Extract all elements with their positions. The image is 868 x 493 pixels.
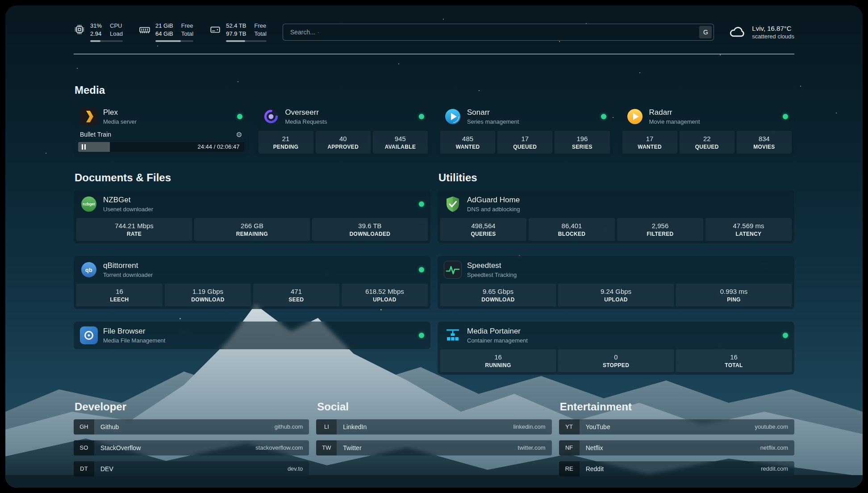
stat-wanted: 17 WANTED xyxy=(622,131,677,154)
stat-series: 196 SERIES xyxy=(555,131,609,154)
qbittorrent-icon: qb xyxy=(80,261,98,279)
service-subtitle: Media Requests xyxy=(285,118,414,125)
memory-total-label: Total xyxy=(181,30,193,38)
service-card-nzbget[interactable]: nzbget NZBGet Usenet downloader 744.21 M… xyxy=(74,190,430,243)
service-card-speedtest[interactable]: Speedtest Speedtest Tracking 9.65 Gbps D… xyxy=(438,256,794,309)
speedtest-icon xyxy=(444,261,462,279)
stat-label: FILTERED xyxy=(619,231,701,237)
stat-value: 39.6 TB xyxy=(314,222,426,230)
bookmark-dev[interactable]: DT DEV dev.to xyxy=(74,461,309,476)
service-subtitle: Speedtest Tracking xyxy=(467,272,788,278)
stat-value: 17 xyxy=(624,135,676,142)
bookmark-label: Twitter xyxy=(343,444,361,451)
memory-widget: 21 GiB 64 GiB Free Total xyxy=(139,22,193,42)
service-card-radarr[interactable]: Radarr Movie management 17 WANTED 22 QUE… xyxy=(620,103,795,156)
status-dot xyxy=(419,201,424,207)
stat-value: 16 xyxy=(678,353,790,361)
playback-progress-bar: 24:44 / 02:06:47 xyxy=(78,142,244,152)
service-card-qbittorrent[interactable]: qb qBittorrent Torrent downloader 16 xyxy=(74,256,430,309)
section-title-entertainment: Entertainment xyxy=(560,401,794,413)
stat-value: 498,564 xyxy=(442,222,525,230)
bookmark-url: youtube.com xyxy=(755,423,788,430)
memory-total-value: 64 GiB xyxy=(155,30,173,38)
stat-label: REMAINING xyxy=(196,231,308,237)
stat-value: 744.21 Mbps xyxy=(78,222,190,230)
stat-value: 9.24 Gbps xyxy=(560,288,672,295)
bookmark-twitter[interactable]: TW Twitter twitter.com xyxy=(316,440,551,455)
playback-time: 24:44 / 02:06:47 xyxy=(198,143,240,150)
stat-value: 196 xyxy=(556,135,608,142)
stat-label: SEED xyxy=(255,297,338,303)
search-bar: G xyxy=(283,24,714,41)
bookmark-url: linkedin.com xyxy=(513,423,545,430)
bookmark-stackoverflow[interactable]: SO StackOverflow stackoverflow.com xyxy=(74,440,309,455)
gear-icon[interactable]: ⚙ xyxy=(236,130,242,139)
stat-total: 16 TOTAL xyxy=(676,349,792,372)
bookmark-linkedin[interactable]: LI LinkedIn linkedin.com xyxy=(316,419,551,435)
bookmark-netflix[interactable]: NF Netflix netflix.com xyxy=(559,440,794,455)
service-card-sonarr[interactable]: Sonarr Series management 485 WANTED 17 Q… xyxy=(438,103,613,156)
stat-downloaded: 39.6 TB DOWNLOADED xyxy=(312,218,428,241)
service-card-overseerr[interactable]: Overseerr Media Requests 21 PENDING 40 A… xyxy=(256,103,431,156)
bookmark-reddit[interactable]: RE Reddit reddit.com xyxy=(559,461,794,476)
stat-value: 945 xyxy=(375,135,426,142)
stat-label: QUERIES xyxy=(442,231,525,237)
stat-label: PING xyxy=(678,297,790,303)
service-name: Plex xyxy=(103,108,232,117)
twitter-abbr-icon: TW xyxy=(316,440,337,455)
disk-free-label: Free xyxy=(254,22,266,30)
filebrowser-icon xyxy=(80,326,98,344)
service-card-filebrowser[interactable]: File Browser Media File Management xyxy=(74,322,430,349)
resource-widgets: 31% 2.94 CPU Load xyxy=(74,22,267,42)
github-abbr-icon: GH xyxy=(74,419,94,435)
dev-abbr-icon: DT xyxy=(74,461,94,476)
stat-label: BLOCKED xyxy=(530,231,613,237)
service-card-portainer[interactable]: Media Portainer Container management 16 … xyxy=(438,322,794,375)
service-card-adguard[interactable]: AdGuard Home DNS and adblocking 498,564 … xyxy=(438,190,794,243)
search-input[interactable] xyxy=(283,24,714,41)
stat-approved: 40 APPROVED xyxy=(316,131,371,154)
stat-label: LEECH xyxy=(78,297,161,303)
svg-text:nzbget: nzbget xyxy=(83,202,95,206)
bookmark-label: StackOverflow xyxy=(100,444,141,451)
disk-free-value: 52.4 TB xyxy=(226,22,246,30)
stat-label: DOWNLOAD xyxy=(442,297,554,303)
stat-label: WANTED xyxy=(442,144,493,150)
plex-now-playing: Bullet Train ⚙ 24:44 / 02:06:47 xyxy=(74,130,249,156)
stat-label: DOWNLOAD xyxy=(167,297,249,303)
service-subtitle: Media server xyxy=(103,118,232,125)
service-name: Sonarr xyxy=(467,108,596,117)
netflix-abbr-icon: NF xyxy=(559,440,580,455)
now-playing-title: Bullet Train xyxy=(80,131,111,138)
search-provider-button[interactable]: G xyxy=(699,26,712,38)
service-subtitle: Movie management xyxy=(649,118,778,125)
bookmark-label: Netflix xyxy=(586,444,603,451)
pause-icon[interactable] xyxy=(82,144,86,150)
service-name: Speedtest xyxy=(467,261,788,270)
stat-value: 485 xyxy=(442,135,493,142)
service-card-plex[interactable]: Plex Media server Bullet Train ⚙ xyxy=(74,103,249,156)
stat-label: UPLOAD xyxy=(560,297,672,303)
bookmark-label: YouTube xyxy=(586,423,610,430)
svg-text:qb: qb xyxy=(85,267,92,273)
stat-ping: 0.993 ms PING xyxy=(676,284,792,306)
stat-value: 1.19 Gbps xyxy=(167,288,249,295)
bookmark-github[interactable]: GH Github github.com xyxy=(74,419,309,435)
bookmark-youtube[interactable]: YT YouTube youtube.com xyxy=(559,419,794,435)
cpu-icon xyxy=(74,24,85,37)
stat-blocked: 86,401 BLOCKED xyxy=(529,218,615,241)
stat-value: 266 GB xyxy=(196,222,308,230)
stat-value: 0 xyxy=(560,353,672,361)
header-divider xyxy=(74,54,794,54)
stat-value: 16 xyxy=(78,288,161,295)
stat-label: DOWNLOADED xyxy=(314,231,426,237)
status-dot xyxy=(601,114,606,119)
service-name: qBittorrent xyxy=(103,261,413,270)
cpu-usage-value: 31% xyxy=(90,22,102,30)
stat-label: APPROVED xyxy=(317,144,369,150)
service-subtitle: Torrent downloader xyxy=(103,272,413,278)
memory-free-label: Free xyxy=(181,22,193,30)
stat-label: AVAILABLE xyxy=(375,144,426,150)
stat-upload: 618.52 Mbps UPLOAD xyxy=(342,284,428,306)
service-subtitle: Media File Management xyxy=(103,337,413,344)
